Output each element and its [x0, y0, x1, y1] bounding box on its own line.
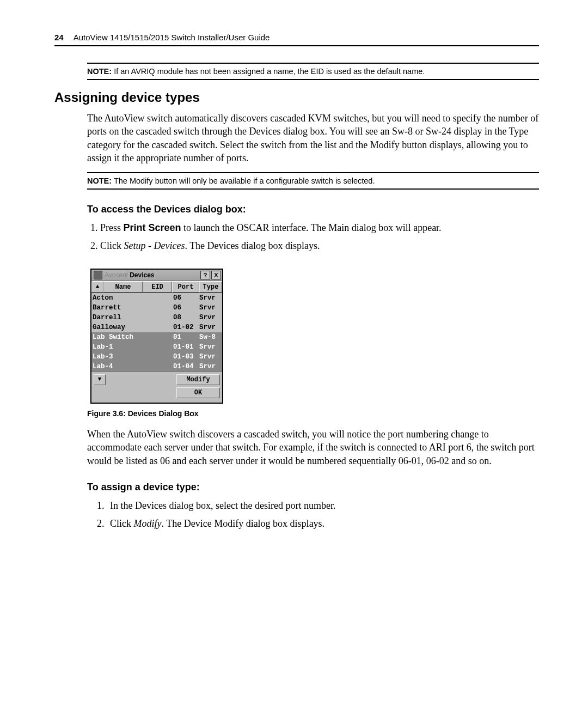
cell-type: Srvr	[199, 293, 221, 303]
list-item: Press Print Screen to launch the OSCAR i…	[100, 221, 539, 235]
cell-name: Lab-1	[93, 342, 173, 352]
page-number: 24	[54, 33, 64, 42]
cell-type: Srvr	[199, 352, 221, 362]
list-item: In the Devices dialog box, select the de…	[107, 498, 539, 513]
step-text: . The Device Modify dialog box displays.	[162, 518, 325, 529]
cell-port: 06	[173, 293, 199, 303]
help-button[interactable]: ?	[200, 271, 210, 279]
ok-button[interactable]: OK	[176, 387, 220, 398]
column-header-name[interactable]: Name	[103, 282, 143, 293]
column-header-port[interactable]: Port	[172, 282, 199, 293]
cell-type: Srvr	[199, 342, 221, 352]
cell-type: Srvr	[199, 322, 221, 332]
sort-down-icon[interactable]: ▼	[94, 374, 106, 385]
steps-access-devices: Press Print Screen to launch the OSCAR i…	[87, 221, 539, 253]
dialog-footer: ▼ Modify OK	[91, 372, 222, 403]
list-item: Click Setup - Devices. The Devices dialo…	[100, 239, 539, 253]
dialog-title: Devices	[130, 271, 154, 279]
figure-devices-dialog: Avocent Devices ? X ▲ Name EID Port Type…	[90, 269, 539, 404]
sort-up-icon[interactable]: ▲	[91, 282, 103, 293]
note-label: NOTE:	[87, 176, 112, 185]
running-header: 24 AutoView 1415/1515/2015 Switch Instal…	[54, 33, 539, 46]
cell-name: Darrell	[93, 313, 173, 322]
step-text: In the Devices dialog box, select the de…	[110, 500, 335, 511]
dialog-titlebar: Avocent Devices ? X	[91, 270, 222, 281]
cell-name: Lab-3	[93, 352, 173, 362]
subheading-assign-type: To assign a device type:	[87, 482, 539, 493]
table-row[interactable]: Lab-401-04Srvr	[91, 362, 222, 372]
ui-path-setup-devices: Setup - Devices	[124, 240, 185, 251]
cell-name: Galloway	[93, 322, 173, 332]
cell-name: Acton	[93, 293, 173, 303]
cell-port: 06	[173, 303, 199, 313]
doc-title: AutoView 1415/1515/2015 Switch Installer…	[74, 33, 270, 42]
cell-port: 01-01	[173, 342, 199, 352]
cell-name: Barrett	[93, 303, 173, 313]
step-text: . The Devices dialog box displays.	[185, 240, 320, 251]
cell-port: 01-02	[173, 322, 199, 332]
section-heading: Assigning device types	[54, 90, 539, 105]
note-text: If an AVRIQ module has not been assigned…	[112, 67, 425, 76]
table-row[interactable]: Barrett06Srvr	[91, 303, 222, 313]
note-text: The Modify button will only be available…	[112, 176, 375, 185]
cell-type: Sw-8	[199, 332, 221, 342]
column-header-eid[interactable]: EID	[143, 282, 172, 293]
step-text: to launch the OSCAR interface. The Main …	[181, 222, 442, 233]
brand-text: Avocent	[105, 271, 128, 279]
table-row[interactable]: Acton06Srvr	[91, 293, 222, 303]
table-row[interactable]: Lab-301-03Srvr	[91, 352, 222, 362]
table-row[interactable]: Lab Switch01Sw-8	[91, 332, 222, 342]
column-header-row: ▲ Name EID Port Type	[91, 281, 222, 293]
step-text: Click	[110, 518, 134, 529]
table-row[interactable]: Lab-101-01Srvr	[91, 342, 222, 352]
cell-port: 01-04	[173, 362, 199, 372]
table-row[interactable]: Galloway01-02Srvr	[91, 322, 222, 332]
note-block-1: NOTE: If an AVRIQ module has not been as…	[87, 63, 539, 80]
note-label: NOTE:	[87, 67, 112, 76]
cell-port: 01-03	[173, 352, 199, 362]
step-text: Press	[100, 222, 124, 233]
step-text: Click	[100, 240, 124, 251]
cell-type: Srvr	[199, 313, 221, 322]
app-logo-icon	[94, 271, 102, 279]
figure-caption: Figure 3.6: Devices Dialog Box	[87, 409, 539, 418]
cell-port: 08	[173, 313, 199, 322]
modify-button[interactable]: Modify	[176, 374, 220, 385]
cell-port: 01	[173, 332, 199, 342]
close-button[interactable]: X	[211, 271, 221, 279]
devices-dialog: Avocent Devices ? X ▲ Name EID Port Type…	[90, 269, 223, 404]
device-list: Acton06SrvrBarrett06SrvrDarrell08SrvrGal…	[91, 293, 222, 372]
keycap-print-screen: Print Screen	[124, 222, 181, 233]
note-block-2: NOTE: The Modify button will only be ava…	[87, 172, 539, 190]
table-row[interactable]: Darrell08Srvr	[91, 313, 222, 322]
cell-type: Srvr	[199, 303, 221, 313]
cascade-paragraph: When the AutoView switch discovers a cas…	[87, 428, 539, 467]
list-item: Click Modify. The Device Modify dialog b…	[107, 516, 539, 531]
cell-name: Lab-4	[93, 362, 173, 372]
intro-paragraph: The AutoView switch automatically discov…	[87, 112, 539, 165]
steps-assign-type: In the Devices dialog box, select the de…	[87, 498, 539, 531]
cell-name: Lab Switch	[93, 332, 173, 342]
subheading-access-devices: To access the Devices dialog box:	[87, 204, 539, 215]
column-header-type[interactable]: Type	[199, 282, 222, 293]
cell-type: Srvr	[199, 362, 221, 372]
ui-button-modify: Modify	[134, 518, 162, 529]
